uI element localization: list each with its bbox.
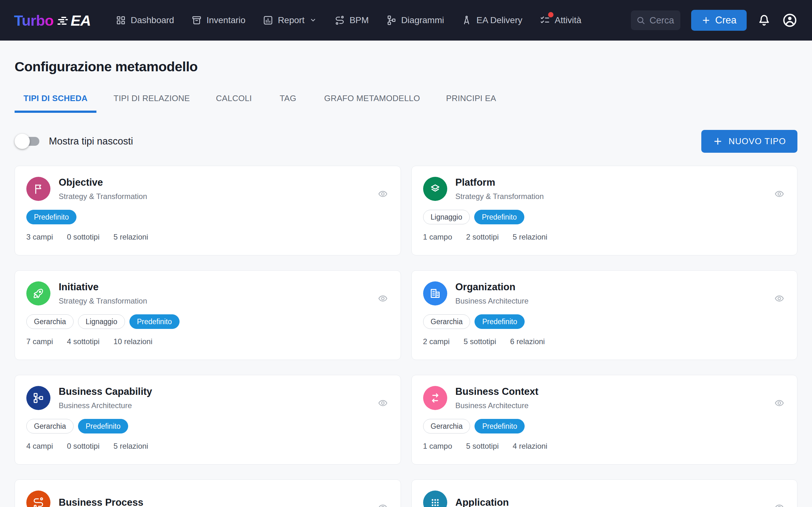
top-navbar: Turbo EA DashboardInventarioReportBPMDia…	[0, 0, 812, 41]
type-card-business-capability[interactable]: Business CapabilityBusiness Architecture…	[14, 375, 401, 464]
type-card-platform[interactable]: PlatformStrategy & TransformationLignagg…	[411, 166, 798, 256]
badge-gerarchia: Gerarchia	[423, 314, 470, 329]
type-card-initiative[interactable]: InitiativeStrategy & TransformationGerar…	[14, 270, 401, 360]
show-hidden-toggle-label: Mostra tipi nascosti	[49, 135, 133, 147]
stat-campi: 4 campi	[26, 442, 53, 451]
page-title: Configurazione metamodello	[14, 59, 798, 74]
stat-relazioni: 10 relazioni	[113, 337, 153, 346]
nav-item-report[interactable]: Report	[263, 14, 317, 26]
new-type-button[interactable]: NUOVO TIPO	[701, 130, 798, 153]
chevron-down-icon	[309, 14, 317, 26]
plus-icon	[713, 136, 723, 147]
badge-gerarchia: Gerarchia	[26, 419, 73, 434]
stat-campo: 1 campo	[423, 442, 452, 451]
flag-icon	[26, 177, 50, 201]
nav-item-label: BPM	[350, 15, 369, 25]
search-input[interactable]	[650, 15, 674, 26]
type-card-application[interactable]: Application	[411, 480, 798, 507]
show-hidden-toggle-group: Mostra tipi nascosti	[14, 133, 133, 149]
nav-item-ea-delivery[interactable]: EA Delivery	[461, 15, 522, 26]
nav-item-dashboard[interactable]: Dashboard	[115, 15, 174, 26]
eye-icon[interactable]	[773, 398, 786, 408]
stat-relazioni: 5 relazioni	[113, 233, 148, 241]
card-stats: 1 campo2 sottotipi5 relazioni	[423, 233, 786, 241]
stat-relazioni: 5 relazioni	[113, 442, 148, 451]
nav-item-label: Report	[278, 15, 305, 25]
type-card-business-context[interactable]: Business ContextBusiness ArchitectureGer…	[411, 375, 798, 464]
tab-grafo-metamodello[interactable]: GRAFO METAMODELLO	[315, 90, 429, 113]
card-stats: 3 campi0 sottotipi5 relazioni	[26, 233, 389, 241]
nav-item-inventario[interactable]: Inventario	[191, 15, 246, 26]
tab-tipi-di-scheda[interactable]: TIPI DI SCHEDA	[14, 90, 96, 113]
card-badges: GerarchiaLignaggioPredefinito	[26, 314, 389, 329]
card-stats: 7 campi4 sottotipi10 relazioni	[26, 337, 389, 346]
eye-icon[interactable]	[376, 293, 389, 303]
card-badges: GerarchiaPredefinito	[26, 419, 389, 434]
eye-icon[interactable]	[376, 398, 389, 408]
stat-campi: 3 campi	[26, 233, 53, 241]
card-header: PlatformStrategy & Transformation	[423, 177, 786, 201]
badge-predefinito: Predefinito	[474, 419, 525, 434]
type-card-objective[interactable]: ObjectiveStrategy & TransformationPredef…	[14, 166, 401, 256]
toggle-thumb	[14, 134, 30, 149]
card-subtitle: Strategy & Transformation	[59, 297, 147, 305]
card-badges: GerarchiaPredefinito	[423, 314, 786, 329]
bell-icon	[757, 13, 771, 27]
eye-icon[interactable]	[376, 189, 389, 199]
card-title: Business Capability	[59, 386, 152, 397]
speed-lines-icon	[57, 15, 70, 27]
notification-dot	[548, 12, 554, 17]
sitemap-icon	[26, 386, 50, 410]
card-title: Application	[455, 497, 509, 507]
type-card-organization[interactable]: OrganizationBusiness ArchitectureGerarch…	[411, 270, 798, 360]
tab-principi-ea[interactable]: PRINCIPI EA	[437, 90, 505, 113]
eye-icon[interactable]	[773, 189, 786, 199]
card-stats: 1 campo5 sottotipi4 relazioni	[423, 442, 786, 451]
stat-sottotipi: 5 sottotipi	[464, 337, 496, 346]
badge-predefinito: Predefinito	[78, 419, 128, 434]
card-badges: LignaggioPredefinito	[423, 210, 786, 224]
stat-sottotipi: 0 sottotipi	[67, 233, 100, 241]
eye-icon[interactable]	[376, 503, 389, 507]
card-title: Business Context	[455, 386, 539, 397]
stat-sottotipi: 5 sottotipi	[466, 442, 499, 451]
card-subtitle: Business Architecture	[455, 401, 539, 410]
card-title: Platform	[455, 177, 544, 188]
crea-button-label: Crea	[715, 14, 737, 26]
badge-gerarchia: Gerarchia	[423, 419, 470, 434]
stat-campi: 2 campi	[423, 337, 450, 346]
stat-campi: 7 campi	[26, 337, 53, 346]
card-header: Business Process	[26, 491, 389, 507]
card-stats: 2 campi5 sottotipi6 relazioni	[423, 337, 786, 346]
stat-sottotipi: 4 sottotipi	[67, 337, 100, 346]
workflow-icon	[26, 491, 50, 507]
eye-icon[interactable]	[773, 503, 786, 507]
stat-relazioni: 6 relazioni	[510, 337, 545, 346]
building-icon	[423, 281, 447, 305]
type-card-business-process[interactable]: Business Process	[14, 480, 401, 507]
apps-grid-icon	[423, 491, 447, 507]
card-subtitle: Strategy & Transformation	[455, 192, 544, 201]
tab-tipi-di-relazione[interactable]: TIPI DI RELAZIONE	[105, 90, 199, 113]
card-header: ObjectiveStrategy & Transformation	[26, 177, 389, 201]
notifications-button[interactable]	[757, 13, 771, 27]
stat-sottotipi: 0 sottotipi	[67, 442, 100, 451]
tasks-icon	[540, 15, 550, 26]
tab-calcoli[interactable]: CALCOLI	[207, 90, 261, 113]
plus-icon	[701, 15, 711, 25]
logo-ea-text: EA	[71, 12, 91, 29]
nav-item-diagrammi[interactable]: Diagrammi	[386, 15, 444, 26]
card-stats: 4 campi0 sottotipi5 relazioni	[26, 442, 389, 451]
card-title: Objective	[59, 177, 147, 188]
crea-button[interactable]: Crea	[691, 10, 747, 31]
tab-tag[interactable]: TAG	[269, 90, 307, 113]
nav-item-label: Attività	[555, 15, 581, 25]
eye-icon[interactable]	[773, 293, 786, 303]
show-hidden-toggle[interactable]	[14, 133, 42, 149]
nav-item-attivit[interactable]: Attività	[540, 15, 581, 26]
account-button[interactable]	[781, 12, 798, 29]
search-box[interactable]	[631, 10, 680, 30]
navbar-actions: Crea	[631, 10, 798, 31]
app-logo[interactable]: Turbo EA	[14, 12, 91, 29]
nav-item-bpm[interactable]: BPM	[334, 15, 369, 26]
